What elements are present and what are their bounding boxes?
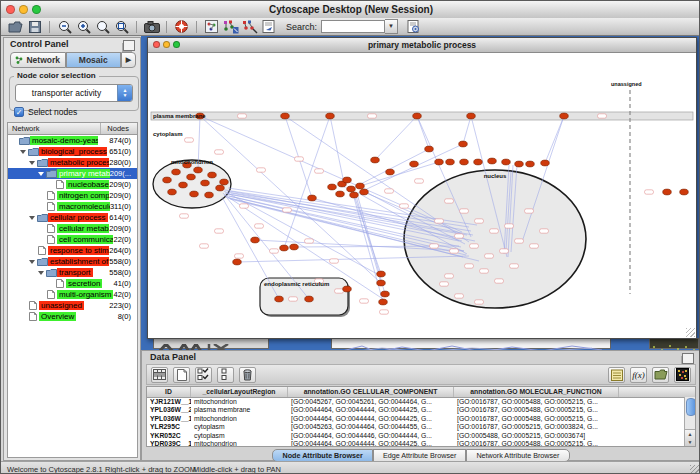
zoom-window-icon[interactable]	[32, 5, 41, 14]
new-attribute-icon[interactable]	[173, 367, 190, 383]
annotation-page-icon[interactable]	[259, 19, 278, 34]
tree-row[interactable]: biological_process651(0)	[8, 146, 137, 157]
window-resize-grip[interactable]	[686, 328, 695, 337]
unselect-attributes-icon[interactable]	[217, 367, 234, 383]
graph-node[interactable]	[216, 185, 225, 191]
tree-row[interactable]: metabolic process280(0)	[8, 157, 137, 168]
zoom-in-icon[interactable]	[74, 19, 93, 34]
graph-node[interactable]	[488, 158, 497, 164]
graph-node[interactable]	[446, 159, 455, 165]
close-window-icon[interactable]	[6, 5, 15, 14]
tree-row[interactable]: cell communicat22(0)	[8, 234, 137, 245]
tree-row[interactable]: cellular process614(0)	[8, 212, 137, 223]
expand-arrow-icon[interactable]	[28, 216, 36, 220]
edge[interactable]	[200, 116, 381, 283]
tree-row[interactable]: nucleobase-209(0)	[8, 179, 137, 190]
graph-node[interactable]	[220, 179, 229, 185]
graph-node[interactable]	[381, 291, 390, 297]
tree-row[interactable]: response to stimulu264(0)	[8, 245, 137, 256]
column-header[interactable]: annotation.GO CELLULAR_COMPONENT	[288, 387, 454, 397]
graph-node[interactable]	[350, 192, 359, 198]
table-row[interactable]: YKR052Ccytoplasm[GO:0044464, GO:0044446,…	[147, 432, 695, 440]
tab-network[interactable]: Network	[10, 52, 66, 68]
node-color-dropdown[interactable]: transporter activity ▲▼	[15, 84, 133, 102]
expand-arrow-icon[interactable]	[37, 271, 45, 275]
graph-node[interactable]	[280, 245, 289, 251]
background-window-1[interactable]	[153, 338, 269, 349]
graph-node[interactable]	[290, 244, 299, 250]
expand-arrow-icon[interactable]	[28, 161, 36, 165]
save-session-icon[interactable]	[25, 19, 44, 34]
graph-node[interactable]	[208, 172, 217, 178]
graph-node[interactable]	[379, 299, 388, 305]
tree-row[interactable]: multi-organism pro42(0)	[8, 289, 137, 300]
layout-network-1-icon[interactable]	[221, 19, 240, 34]
float-panel-icon[interactable]	[123, 40, 135, 51]
attribute-matrix-icon[interactable]	[674, 367, 691, 383]
table-row[interactable]: YJR121W__1mitochondrion[GO:0045267, GO:0…	[147, 398, 695, 406]
zoom-to-fit-icon[interactable]	[112, 19, 131, 34]
scrollbar-thumb[interactable]	[686, 398, 696, 416]
network-snapshot-icon[interactable]	[142, 19, 161, 34]
float-data-panel-icon[interactable]	[682, 353, 694, 364]
graph-node[interactable]	[336, 191, 345, 197]
notepad-icon[interactable]	[608, 367, 625, 383]
edge[interactable]	[375, 116, 417, 160]
graph-node[interactable]	[515, 161, 524, 167]
table-scrollbar[interactable]: ▲▼	[684, 397, 695, 446]
column-header[interactable]: _cellularLayoutRegion	[191, 387, 288, 397]
function-builder-icon[interactable]: f(x)	[630, 367, 647, 383]
graph-node[interactable]	[347, 186, 356, 192]
edge[interactable]	[284, 116, 330, 248]
graph-node[interactable]	[560, 113, 569, 119]
graph-node[interactable]	[326, 113, 335, 119]
tree-row[interactable]: secretion41(0)	[8, 278, 137, 289]
table-row[interactable]: YPL036W__1mitochondrion[GO:0044464, GO:0…	[147, 415, 695, 423]
graph-node[interactable]	[680, 189, 689, 195]
delete-attribute-icon[interactable]	[239, 367, 256, 383]
graph-node[interactable]	[163, 177, 172, 183]
app-resize-grip[interactable]	[690, 465, 700, 474]
graph-node[interactable]	[541, 160, 550, 166]
graph-node[interactable]	[343, 286, 352, 292]
search-input[interactable]	[321, 20, 385, 33]
graph-node[interactable]	[281, 113, 290, 119]
column-header[interactable]: ID	[147, 387, 191, 397]
zoom-out-icon[interactable]	[55, 19, 74, 34]
graph-node[interactable]	[371, 157, 380, 163]
tree-row[interactable]: establishment of lo558(0)	[8, 256, 137, 267]
table-row[interactable]: YLR295Ccytoplasm[GO:0045263, GO:0044464,…	[147, 423, 695, 431]
graph-node[interactable]	[459, 141, 468, 147]
background-window-2[interactable]	[331, 338, 611, 349]
open-session-icon[interactable]	[6, 19, 25, 34]
graph-node[interactable]	[201, 180, 210, 186]
graph-node[interactable]	[251, 237, 260, 243]
expand-arrow-icon[interactable]	[19, 150, 27, 154]
tree-row[interactable]: unassigned223(0)	[8, 300, 137, 311]
graph-node[interactable]	[172, 169, 181, 175]
column-header[interactable]: annotation.GO MOLECULAR_FUNCTION	[454, 387, 619, 397]
graph-node[interactable]	[233, 259, 242, 265]
tab-mosaic[interactable]: Mosaic	[66, 52, 122, 68]
expand-arrow-icon[interactable]	[28, 260, 36, 264]
graph-node[interactable]	[474, 159, 483, 165]
graph-node[interactable]	[435, 159, 444, 165]
graph-node[interactable]	[425, 146, 434, 152]
edge[interactable]	[417, 116, 429, 149]
import-attributes-icon[interactable]	[652, 367, 669, 383]
graph-node[interactable]	[663, 189, 672, 195]
network-overview-icon[interactable]	[202, 19, 221, 34]
tree-row[interactable]: Overview8(0)	[8, 311, 137, 322]
graph-node[interactable]	[205, 192, 214, 198]
configure-search-icon[interactable]	[404, 19, 423, 34]
tab-scroll-right-icon[interactable]: ▶	[121, 52, 136, 68]
graph-node[interactable]	[413, 113, 422, 119]
select-nodes-checkbox[interactable]: ✓	[14, 107, 24, 117]
graph-node[interactable]	[360, 189, 369, 195]
graph-node[interactable]	[410, 161, 419, 167]
zoom-selected-region-icon[interactable]	[93, 19, 112, 34]
graph-node[interactable]	[187, 174, 196, 180]
network-view-title-bar[interactable]: primary metabolic process	[148, 38, 696, 53]
table-row[interactable]: YPL036W__2plasma membrane[GO:0044464, GO…	[147, 406, 695, 414]
graph-node[interactable]	[308, 195, 317, 201]
